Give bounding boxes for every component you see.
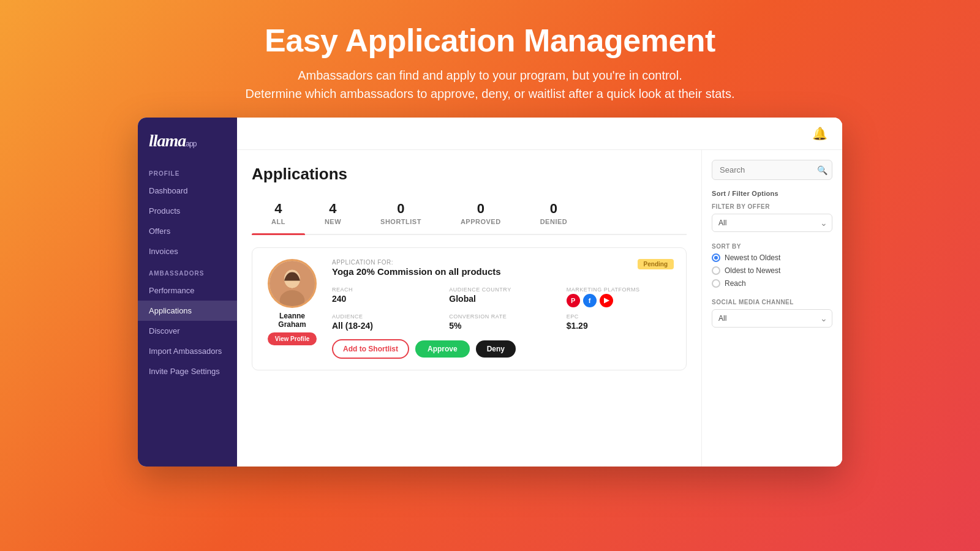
tab-all[interactable]: 4 ALL — [252, 196, 305, 234]
reach-label: REACH — [332, 287, 439, 293]
hero-subtitle-line1: Ambassadors can find and apply to your p… — [298, 69, 682, 82]
social-channel-select[interactable]: All — [712, 309, 832, 328]
hero-section: Easy Application Management Ambassadors … — [233, 0, 747, 118]
facebook-icon: f — [583, 294, 597, 307]
sidebar-logo: llamaapp — [138, 118, 237, 162]
filter-by-offer-select[interactable]: All — [712, 214, 832, 232]
tab-approved-label: APPROVED — [461, 218, 501, 225]
country-value: Global — [449, 294, 556, 304]
sort-by-label: SORT BY — [712, 243, 832, 250]
page-title: Applications — [252, 165, 687, 184]
sort-oldest-label: Oldest to Newest — [725, 266, 780, 275]
sidebar-item-invoices[interactable]: Invoices — [138, 241, 237, 261]
application-card: Leanne Graham View Profile APPLICATION F… — [252, 247, 687, 370]
sort-options: Newest to Oldest Oldest to Newest Reach — [712, 253, 832, 288]
audience-stat: AUDIENCE All (18-24) — [332, 313, 439, 331]
platforms-stat: MARKETING PLATFORMS P f ▶ — [567, 287, 674, 307]
tab-approved[interactable]: 0 APPROVED — [441, 196, 521, 234]
sort-reach-radio[interactable] — [712, 279, 720, 288]
ambassadors-section-label: AMBASSADORS — [138, 261, 237, 280]
hero-subtitle-line2: Determine which ambassadors to approve, … — [246, 87, 735, 100]
tab-new[interactable]: 4 NEW — [305, 196, 361, 234]
more-cards-placeholder — [252, 379, 687, 403]
epc-stat: EPC $1.29 — [567, 313, 674, 331]
audience-label: AUDIENCE — [332, 313, 439, 320]
tab-denied[interactable]: 0 DENIED — [521, 196, 587, 234]
card-actions: Add to Shortlist Approve Deny — [332, 339, 674, 359]
sidebar-item-dashboard[interactable]: Dashboard — [138, 181, 237, 201]
social-icons: P f ▶ — [567, 294, 674, 307]
conversion-stat: CONVERSION RATE 5% — [449, 313, 556, 331]
card-details: APPLICATION FOR: Yoga 20% Commission on … — [332, 259, 674, 359]
tab-all-num: 4 — [274, 201, 282, 217]
filter-by-offer-wrapper: All — [712, 214, 832, 232]
notification-bell-icon[interactable]: 🔔 — [812, 126, 827, 141]
reach-value: 240 — [332, 294, 439, 304]
deny-button[interactable]: Deny — [476, 340, 516, 358]
applicant-name: Leanne Graham — [265, 312, 320, 329]
social-channel-section: SOCIAL MEDIA CHANNEL All — [712, 299, 832, 328]
social-channel-wrapper: All — [712, 309, 832, 328]
sidebar-item-products[interactable]: Products — [138, 201, 237, 221]
status-badge: Pending — [638, 259, 674, 269]
sidebar-item-offers[interactable]: Offers — [138, 221, 237, 241]
country-stat: AUDIENCE COUNTRY Global — [449, 287, 556, 307]
sidebar-item-import-ambassadors[interactable]: Import Ambassadors — [138, 341, 237, 361]
sort-newest-label: Newest to Oldest — [725, 253, 780, 262]
tab-all-label: ALL — [271, 218, 285, 225]
sort-newest-option[interactable]: Newest to Oldest — [712, 253, 832, 262]
sort-reach-label: Reach — [725, 279, 746, 288]
conversion-value: 5% — [449, 321, 556, 331]
conversion-label: CONVERSION RATE — [449, 313, 556, 320]
sidebar-item-performance[interactable]: Performance — [138, 280, 237, 301]
country-label: AUDIENCE COUNTRY — [449, 287, 556, 293]
tab-new-num: 4 — [329, 201, 336, 217]
pinterest-icon: P — [567, 294, 580, 307]
social-channel-label: SOCIAL MEDIA CHANNEL — [712, 299, 832, 305]
view-profile-button[interactable]: View Profile — [268, 332, 317, 345]
sidebar: llamaapp PROFILE Dashboard Products Offe… — [138, 118, 237, 467]
search-button[interactable]: 🔍 — [817, 165, 827, 175]
reach-stat: REACH 240 — [332, 287, 439, 307]
tab-new-label: NEW — [325, 218, 341, 225]
epc-label: EPC — [567, 313, 674, 320]
filter-by-offer-section: FILTER BY OFFER All — [712, 203, 832, 232]
sidebar-item-discover[interactable]: Discover — [138, 321, 237, 341]
logo-app-text: app — [186, 140, 196, 148]
epc-value: $1.29 — [567, 321, 674, 331]
app-offer-title: Yoga 20% Commission on all products — [332, 266, 501, 278]
topbar: 🔔 — [237, 118, 842, 150]
shortlist-button[interactable]: Add to Shortlist — [332, 339, 409, 359]
search-box: 🔍 — [712, 160, 832, 180]
hero-title: Easy Application Management — [246, 22, 735, 59]
app-window: llamaapp PROFILE Dashboard Products Offe… — [138, 118, 842, 467]
card-header: APPLICATION FOR: Yoga 20% Commission on … — [332, 259, 674, 278]
platforms-label: MARKETING PLATFORMS — [567, 287, 674, 293]
filter-by-offer-label: FILTER BY OFFER — [712, 203, 832, 210]
app-for-label: APPLICATION FOR: — [332, 259, 501, 266]
tab-shortlist-num: 0 — [397, 201, 404, 217]
search-input[interactable] — [712, 160, 832, 180]
avatar — [268, 259, 317, 308]
sort-oldest-radio[interactable] — [712, 266, 720, 275]
youtube-icon: ▶ — [600, 294, 613, 307]
sort-filter-title: Sort / Filter Options — [712, 190, 832, 197]
sort-by-section: SORT BY Newest to Oldest Oldest to Newes… — [712, 243, 832, 288]
sort-oldest-option[interactable]: Oldest to Newest — [712, 266, 832, 275]
card-stats: REACH 240 AUDIENCE COUNTRY Global MARKET… — [332, 287, 674, 331]
sidebar-item-applications[interactable]: Applications — [138, 301, 237, 321]
audience-value: All (18-24) — [332, 321, 439, 331]
sidebar-item-invite-page-settings[interactable]: Invite Page Settings — [138, 361, 237, 381]
tab-denied-label: DENIED — [540, 218, 568, 225]
tab-denied-num: 0 — [550, 201, 557, 217]
sort-newest-radio[interactable] — [712, 253, 720, 262]
main-content: 🔔 Applications 4 ALL 4 NEW — [237, 118, 842, 467]
tab-shortlist-label: SHORTLIST — [380, 218, 421, 225]
hero-subtitle: Ambassadors can find and apply to your p… — [246, 66, 735, 103]
content-area: Applications 4 ALL 4 NEW 0 SHORTLIST — [237, 150, 842, 467]
approve-button[interactable]: Approve — [415, 340, 470, 358]
applications-panel: Applications 4 ALL 4 NEW 0 SHORTLIST — [237, 150, 701, 467]
tab-shortlist[interactable]: 0 SHORTLIST — [361, 196, 441, 234]
sort-reach-option[interactable]: Reach — [712, 279, 832, 288]
right-panel: 🔍 Sort / Filter Options FILTER BY OFFER … — [701, 150, 842, 467]
